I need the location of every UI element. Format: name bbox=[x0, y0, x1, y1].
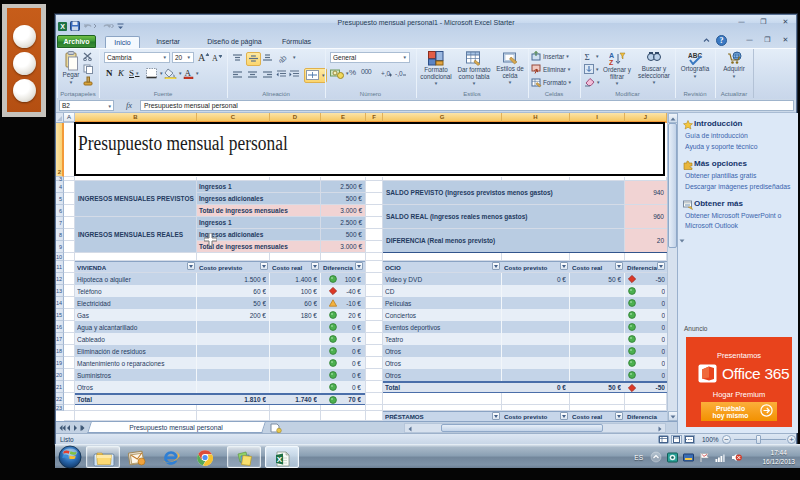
align-middle-button[interactable] bbox=[246, 52, 261, 66]
sort-filter-button[interactable]: AZOrdenar y filtrar▼ bbox=[600, 51, 634, 88]
row-header-7[interactable]: 7 bbox=[56, 217, 64, 229]
delete-cells-button[interactable]: Eliminar▼ bbox=[531, 64, 571, 75]
pane-scroll-down-icon[interactable] bbox=[678, 237, 686, 245]
row-header-12[interactable]: 12 bbox=[56, 273, 64, 285]
spelling-button[interactable]: ABCOrtografía▼ bbox=[678, 51, 712, 80]
row-header-6[interactable]: 6 bbox=[56, 205, 64, 217]
tray-display-icon[interactable] bbox=[683, 452, 694, 463]
format-cells-button[interactable]: Formato▼ bbox=[531, 77, 572, 88]
close-button[interactable]: ✕ bbox=[779, 18, 792, 27]
filter-button[interactable] bbox=[311, 262, 319, 270]
filter-button[interactable] bbox=[615, 262, 623, 270]
copy-button[interactable] bbox=[83, 64, 94, 74]
conditional-formatting-button[interactable]: Formato condicional▼ bbox=[418, 51, 454, 88]
start-button[interactable] bbox=[57, 445, 83, 469]
ad-try-button[interactable]: Pruébalohoy mismo bbox=[701, 402, 777, 421]
fill-color-button[interactable]: ▼ bbox=[164, 68, 182, 79]
row-header-14[interactable]: 14 bbox=[56, 297, 64, 309]
format-painter-button[interactable] bbox=[83, 76, 94, 86]
view-layout-button[interactable] bbox=[671, 435, 682, 444]
align-center-button[interactable] bbox=[246, 69, 259, 81]
row-header-23[interactable]: 23 bbox=[56, 405, 64, 411]
row-header-11[interactable]: 11 bbox=[56, 261, 64, 273]
row-header-16[interactable]: 16 bbox=[56, 321, 64, 333]
cell-styles-button[interactable]: Estilos de celda▼ bbox=[494, 51, 526, 87]
pane-link[interactable]: Ayuda y soporte técnico bbox=[685, 143, 757, 150]
number-format-select[interactable]: General▼ bbox=[330, 52, 410, 63]
tab-dise-o-de-p-gina[interactable]: Diseño de página bbox=[202, 36, 267, 48]
row-header-10[interactable]: 10 bbox=[56, 253, 64, 261]
tray-expand-icon[interactable] bbox=[650, 451, 662, 463]
increase-indent-button[interactable] bbox=[289, 69, 300, 79]
tray-volume-muted-icon[interactable] bbox=[731, 452, 742, 463]
ad-box[interactable]: PresentamosOffice 365Hogar PremiumPruéba… bbox=[686, 337, 792, 427]
row-header-8[interactable]: 8 bbox=[56, 229, 64, 241]
tray-flag-icon[interactable] bbox=[699, 452, 710, 463]
widget-ball-1[interactable] bbox=[13, 25, 36, 48]
row-header-5[interactable]: 5 bbox=[56, 193, 64, 205]
clear-button[interactable]: ▼ bbox=[584, 77, 600, 87]
widget-ball-3[interactable] bbox=[13, 79, 36, 102]
currency-button[interactable]: ▼ bbox=[330, 68, 349, 79]
row-header-18[interactable]: 18 bbox=[56, 345, 64, 357]
decrease-indent-button[interactable] bbox=[276, 69, 287, 79]
row-header-13[interactable]: 13 bbox=[56, 285, 64, 297]
sheet-nav-buttons[interactable] bbox=[59, 425, 87, 431]
filter-button[interactable] bbox=[560, 262, 568, 270]
tab-archivo[interactable]: Archivo bbox=[57, 35, 96, 48]
taskbar-chrome-button[interactable] bbox=[188, 446, 222, 468]
row-header-20[interactable]: 20 bbox=[56, 369, 64, 381]
autosum-button[interactable]: Σ▼ bbox=[584, 51, 599, 61]
tray-network-icon[interactable] bbox=[715, 452, 726, 463]
comma-button[interactable]: 000 bbox=[361, 68, 371, 75]
taskbar-notes-button[interactable] bbox=[227, 446, 261, 468]
help-icon[interactable]: ? bbox=[716, 35, 727, 46]
pane-link[interactable]: Obtener Microsoft PowerPoint o bbox=[685, 212, 781, 219]
row-header-19[interactable]: 19 bbox=[56, 357, 64, 369]
zoom-in-button[interactable]: + bbox=[787, 435, 796, 444]
taskbar-excel-button[interactable]: X bbox=[265, 446, 299, 468]
find-select-button[interactable]: Buscar y seleccionar▼ bbox=[636, 51, 672, 87]
align-right-button[interactable] bbox=[261, 69, 274, 81]
zoom-slider[interactable] bbox=[756, 435, 761, 444]
italic-button[interactable]: K bbox=[118, 68, 124, 78]
tab-f-rmulas[interactable]: Fórmulas bbox=[277, 36, 316, 48]
filter-button[interactable] bbox=[615, 412, 623, 420]
tray-clock[interactable]: 17:4416/12/2013 bbox=[762, 448, 795, 466]
filter-button[interactable] bbox=[355, 262, 363, 270]
pane-link[interactable]: Descargar imágenes prediseñadas bbox=[685, 183, 790, 190]
row-header-22[interactable]: 22 bbox=[56, 393, 64, 405]
pane-link[interactable]: Guía de introducción bbox=[685, 132, 748, 139]
hscroll-thumb[interactable] bbox=[441, 424, 603, 432]
format-as-table-button[interactable]: Dar formato como tabla▼ bbox=[455, 51, 493, 88]
row-header-21[interactable]: 21 bbox=[56, 381, 64, 393]
filter-button[interactable] bbox=[492, 262, 500, 270]
filter-button[interactable] bbox=[187, 262, 195, 270]
row-header-4[interactable]: 4 bbox=[56, 181, 64, 193]
filter-button[interactable] bbox=[492, 412, 500, 420]
font-color-button[interactable]: A▼ bbox=[183, 68, 199, 79]
acquire-button[interactable]: Adquirir▼ bbox=[718, 51, 750, 80]
h-scrollbar[interactable] bbox=[404, 423, 666, 433]
filter-button[interactable] bbox=[657, 262, 665, 270]
font-size-select[interactable]: 20▼ bbox=[172, 52, 194, 63]
insert-cells-button[interactable]: Insertar▼ bbox=[531, 51, 570, 62]
cut-button[interactable] bbox=[83, 52, 94, 61]
fill-button[interactable]: ▼ bbox=[584, 64, 599, 74]
tray-app1-icon[interactable] bbox=[667, 452, 678, 463]
widget-ball-2[interactable] bbox=[13, 52, 36, 75]
vscroll-thumb[interactable] bbox=[668, 123, 677, 248]
align-left-button[interactable] bbox=[231, 69, 244, 81]
view-break-button[interactable] bbox=[684, 435, 695, 444]
taskbar-explorer-button[interactable] bbox=[86, 446, 120, 468]
minimize-ribbon-icon[interactable] bbox=[702, 36, 711, 45]
vertical-scrollbar[interactable] bbox=[667, 113, 677, 421]
select-all-corner[interactable] bbox=[56, 113, 64, 123]
pane-link[interactable]: Obtener plantillas gratis bbox=[685, 172, 756, 179]
bold-button[interactable]: N bbox=[106, 68, 113, 78]
align-bottom-button[interactable] bbox=[261, 52, 274, 64]
taskbar-ie-button[interactable] bbox=[154, 446, 188, 468]
decrease-decimal-button[interactable]: -,0 bbox=[395, 68, 407, 78]
grow-font-button[interactable]: A bbox=[197, 52, 209, 62]
underline-button[interactable]: S▼ bbox=[129, 68, 139, 78]
